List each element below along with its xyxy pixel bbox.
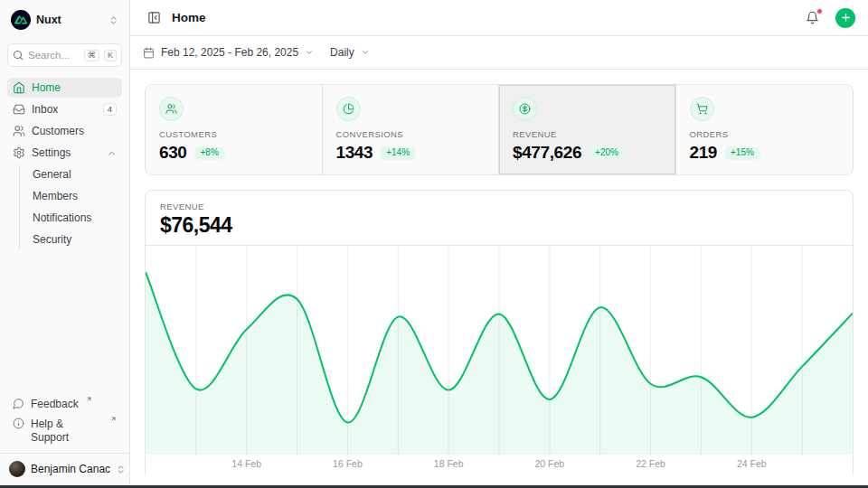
sidebar-subitem-label: Members [33,190,117,202]
stat-card-revenue[interactable]: REVENUE $477,626 +20% [499,85,676,174]
info-icon [13,418,24,429]
sidebar-subitem-label: Notifications [33,211,117,224]
users-icon [159,97,184,121]
help-support-label: Help & Support [31,418,103,444]
stat-label: ORDERS [690,129,840,139]
sidebar-item-members[interactable]: Members [20,186,122,206]
date-range-picker[interactable]: Feb 12, 2025 - Feb 26, 2025 [143,46,314,59]
sidebar-item-label: Home [32,81,117,94]
kbd-k: K [104,50,117,61]
stat-label: CUSTOMERS [159,129,308,139]
stat-value: $477,626 [513,143,581,163]
stat-label: CONVERSIONS [336,129,486,139]
sidebar-item-label: Settings [32,146,100,159]
sidebar-item-customers[interactable]: Customers [7,121,122,141]
chevrons-up-down-icon [108,15,118,25]
pie-chart-icon [336,97,361,121]
chart-label: REVENUE [160,202,838,211]
avatar [9,461,25,477]
sidebar-nav: Home Inbox 4 Customers Settings [7,78,122,253]
help-support-link[interactable]: Help & Support [7,414,122,447]
search-input[interactable]: Search... ⌘ K [7,43,122,67]
main-area: Home Feb 12, 2025 - Feb 26, 2025 [130,0,868,488]
x-tick-label: 14 Feb [231,458,261,469]
notifications-button[interactable] [801,7,823,29]
date-range-value: Feb 12, 2025 - Feb 26, 2025 [161,46,298,59]
chart-x-axis-labels: 14 Feb16 Feb18 Feb20 Feb22 Feb24 Feb [146,455,853,474]
x-tick-label: 24 Feb [737,458,767,469]
team-switcher[interactable]: Nuxt [7,7,122,33]
sidebar-footer: Feedback Help & Support Benjamin Canac [7,394,122,481]
chevrons-up-down-icon [116,465,126,474]
users-icon [13,125,25,137]
chart-total-value: $76,544 [160,213,838,238]
stat-value: 219 [690,143,718,163]
delta-badge: +15% [724,146,760,160]
sidebar: Nuxt Search... ⌘ K Home [0,0,130,488]
home-icon [13,81,25,94]
page-title: Home [172,11,794,24]
top-header: Home [130,0,868,36]
stat-card-orders[interactable]: ORDERS 219 +15% [676,85,854,174]
stat-card-conversions[interactable]: CONVERSIONS 1343 +14% [323,85,500,174]
panel-left-close-icon [147,11,161,24]
x-tick-label: 18 Feb [434,458,464,469]
kbd-cmd: ⌘ [84,50,99,61]
delta-badge: +8% [194,146,225,160]
sidebar-item-label: Customers [32,125,117,137]
sidebar-item-notifications[interactable]: Notifications [20,208,122,228]
external-link-icon [86,396,92,402]
circle-dollar-icon [513,97,537,121]
add-button[interactable] [835,8,855,28]
sidebar-item-label: Inbox [32,103,97,116]
delta-badge: +20% [589,146,625,160]
sidebar-item-general[interactable]: General [20,164,122,184]
gear-icon [13,146,25,159]
nuxt-logo-icon [11,10,31,30]
user-menu[interactable]: Benjamin Canac [0,453,129,481]
inbox-count-badge: 4 [103,103,117,116]
inbox-icon [13,103,25,116]
sidebar-item-settings[interactable]: Settings [7,143,122,163]
search-placeholder: Search... [28,50,80,61]
stat-value: 630 [159,143,187,163]
delta-badge: +14% [380,146,416,160]
period-select[interactable]: Daily [330,46,370,59]
revenue-chart-card: REVENUE $76,544 14 Feb16 Feb18 Feb20 Feb… [145,190,854,474]
notification-dot [816,8,823,14]
user-name: Benjamin Canac [31,463,110,475]
feedback-label: Feedback [31,398,79,410]
external-link-icon [110,416,117,422]
feedback-link[interactable]: Feedback [7,394,122,414]
chart-header: REVENUE $76,544 [146,191,853,245]
message-bubble-icon [13,398,24,409]
stat-label: REVENUE [513,129,662,139]
filter-toolbar: Feb 12, 2025 - Feb 26, 2025 Daily [130,36,868,70]
sidebar-subitem-label: Security [33,233,117,246]
cart-icon [690,97,714,121]
x-tick-label: 22 Feb [636,458,665,469]
revenue-area-chart[interactable] [146,245,853,455]
settings-subnav: General Members Notifications Security [19,164,122,249]
team-name: Nuxt [36,14,103,26]
chevron-down-icon [361,48,370,57]
stat-value: 1343 [336,143,373,163]
plus-icon [840,12,852,23]
sidebar-subitem-label: General [33,168,117,181]
sidebar-item-inbox[interactable]: Inbox 4 [7,99,122,119]
collapse-sidebar-button[interactable] [143,7,165,29]
chevron-down-icon [305,48,314,57]
stats-row: CUSTOMERS 630 +8% CONVERSIONS 1343 +14% [145,84,854,175]
x-tick-label: 20 Feb [534,458,564,469]
period-value: Daily [330,46,354,59]
chevron-up-icon [107,148,117,158]
stat-card-customers[interactable]: CUSTOMERS 630 +8% [146,85,323,174]
x-tick-label: 16 Feb [333,458,363,469]
content: CUSTOMERS 630 +8% CONVERSIONS 1343 +14% [130,70,868,488]
sidebar-item-home[interactable]: Home [7,78,122,98]
sidebar-item-security[interactable]: Security [20,230,122,249]
search-icon [13,50,24,61]
dashboard-app: Nuxt Search... ⌘ K Home [0,0,868,488]
calendar-icon [143,47,155,59]
